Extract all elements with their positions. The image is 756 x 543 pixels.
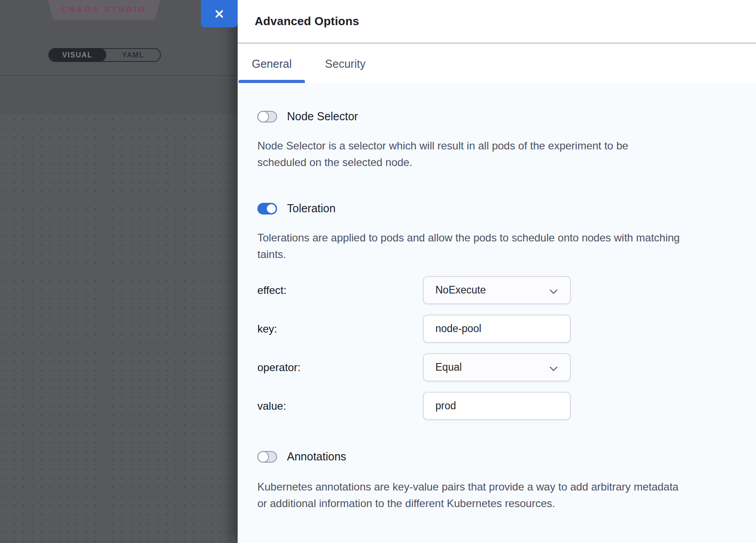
effect-select-value: NoExecute xyxy=(435,284,486,296)
drawer-header: Advanced Options xyxy=(238,0,756,44)
key-label: key: xyxy=(257,323,277,335)
operator-select-value: Equal xyxy=(435,361,462,373)
tab-security[interactable]: Security xyxy=(313,44,378,83)
node-selector-description: Node Selector is a selector which will r… xyxy=(257,137,679,171)
toleration-row: Toleration xyxy=(257,202,335,215)
studio-toolbar xyxy=(0,77,238,114)
close-icon xyxy=(213,8,225,20)
annotations-row: Annotations xyxy=(257,450,346,463)
toggle-knob xyxy=(266,203,277,214)
effect-select[interactable]: NoExecute xyxy=(423,276,571,304)
close-drawer-button[interactable] xyxy=(201,0,238,27)
key-field-row: key: xyxy=(238,315,756,343)
toggle-knob xyxy=(257,451,269,463)
effect-label: effect: xyxy=(257,284,287,297)
annotations-description: Kubernetes annotations are key-value pai… xyxy=(257,478,683,512)
brand-title: CHAOS STUDIO xyxy=(61,5,147,14)
operator-label: operator: xyxy=(257,361,300,374)
node-selector-label: Node Selector xyxy=(287,110,358,123)
active-tab-underline xyxy=(239,80,305,83)
toleration-label: Toleration xyxy=(287,202,335,215)
annotations-label: Annotations xyxy=(287,450,346,463)
chevron-down-icon xyxy=(549,363,557,371)
value-label: value: xyxy=(257,400,286,412)
visual-yaml-toggle[interactable]: VISUAL YAML xyxy=(48,48,161,62)
drawer-tabs: General Security xyxy=(238,44,756,83)
annotations-toggle[interactable] xyxy=(257,451,277,463)
value-input[interactable] xyxy=(423,392,571,420)
yaml-tab[interactable]: YAML xyxy=(106,49,160,61)
chevron-down-icon xyxy=(549,286,557,294)
operator-field-row: operator: Equal xyxy=(238,353,756,381)
effect-field-row: effect: NoExecute xyxy=(238,276,756,304)
operator-select[interactable]: Equal xyxy=(423,353,571,381)
key-input[interactable] xyxy=(423,315,571,343)
value-field-row: value: xyxy=(238,392,756,420)
chaos-studio-screen: CHAOS STUDIO VISUAL YAML Advanced Option… xyxy=(0,0,756,543)
advanced-options-drawer: Advanced Options General Security Node S… xyxy=(238,0,756,543)
brand-banner: CHAOS STUDIO xyxy=(48,0,161,20)
toleration-toggle[interactable] xyxy=(257,203,277,215)
canvas-overlay: CHAOS STUDIO VISUAL YAML xyxy=(0,0,238,543)
tab-general[interactable]: General xyxy=(239,44,305,83)
node-selector-toggle[interactable] xyxy=(257,111,277,123)
toleration-description: Tolerations are applied to pods and allo… xyxy=(257,229,701,263)
experiment-canvas xyxy=(0,114,238,543)
toggle-knob xyxy=(257,111,269,123)
visual-tab[interactable]: VISUAL xyxy=(48,48,106,62)
node-selector-row: Node Selector xyxy=(257,110,358,123)
drawer-title: Advanced Options xyxy=(255,14,359,28)
general-tab-content: Node Selector Node Selector is a selecto… xyxy=(238,83,756,543)
